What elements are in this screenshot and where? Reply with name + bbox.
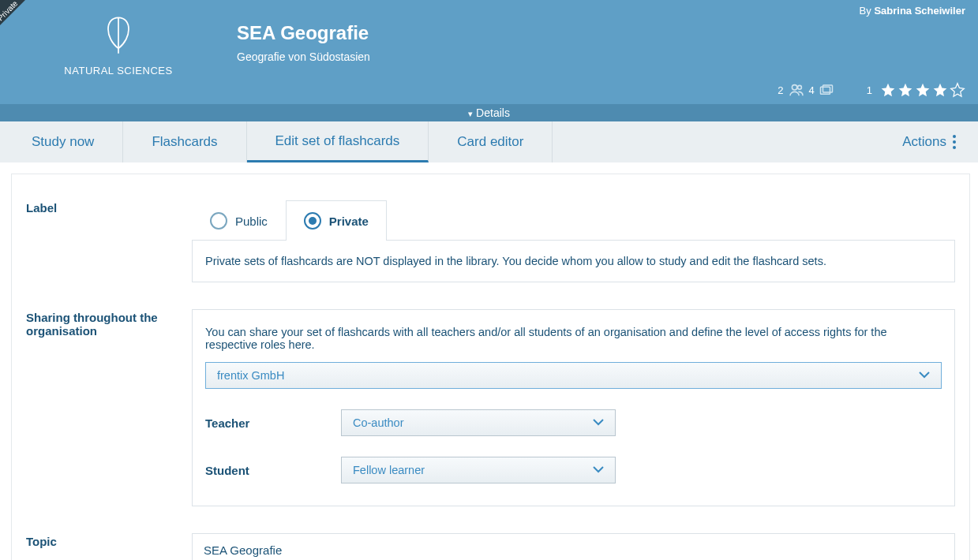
chevron-down-icon (593, 416, 604, 429)
category-label: NATURAL SCIENCES (0, 65, 237, 77)
label-topic: Topic (26, 533, 192, 548)
student-label: Student (205, 464, 341, 477)
byline-prefix: By (860, 5, 871, 17)
field-sharing: You can share your set of flashcards wit… (192, 309, 955, 506)
visibility-tabs: Public Private (192, 200, 955, 241)
svg-point-1 (797, 85, 801, 89)
svg-point-0 (792, 85, 796, 90)
rating-stars[interactable] (880, 82, 965, 98)
content: Label Public Private Private sets of fla… (0, 162, 978, 560)
page-title: SEA Geografie (237, 22, 370, 44)
label-sharing: Sharing throughout the organisation (26, 309, 192, 338)
users-count: 2 (778, 84, 783, 96)
cards-icon (819, 84, 834, 95)
label-label: Label (26, 200, 192, 215)
byline-author[interactable]: Sabrina Scheiwiler (874, 5, 965, 17)
kebab-icon (953, 135, 956, 149)
tab-study-now[interactable]: Study now (3, 121, 123, 162)
header-meta: 2 4 1 (778, 82, 965, 98)
tab-flashcards[interactable]: Flashcards (123, 121, 246, 162)
actions-menu[interactable]: Actions (902, 121, 978, 162)
topic-input[interactable]: SEA Geografie (192, 533, 955, 560)
details-toggle[interactable]: ▾Details (0, 104, 978, 121)
byline: By Sabrina Scheiwiler (860, 5, 965, 17)
category-block: NATURAL SCIENCES (0, 0, 237, 77)
rating-count: 1 (867, 84, 872, 96)
visibility-private[interactable]: Private (286, 200, 387, 241)
radio-icon (210, 212, 227, 230)
title-block: SEA Geografie Geografie von Südostasien (237, 0, 370, 63)
visibility-info: Private sets of flashcards are NOT displ… (192, 241, 955, 282)
tab-edit-set[interactable]: Edit set of flashcards (247, 121, 429, 162)
student-selected-value: Fellow learner (353, 464, 425, 476)
tab-bar: Study now Flashcards Edit set of flashca… (0, 121, 978, 162)
cards-count: 4 (809, 84, 815, 96)
radio-icon (304, 212, 321, 230)
actions-label: Actions (902, 134, 946, 150)
svg-rect-2 (820, 87, 830, 94)
student-row: Student Fellow learner (205, 457, 942, 483)
row-label: Label Public Private Private sets of fla… (26, 200, 955, 282)
leaf-icon (101, 44, 136, 58)
sharing-description: You can share your set of flashcards wit… (205, 326, 942, 351)
org-select[interactable]: frentix GmbH (205, 362, 942, 389)
visibility-private-label: Private (329, 215, 369, 228)
tab-card-editor[interactable]: Card editor (429, 121, 553, 162)
chevron-down-icon (919, 369, 930, 382)
chevron-down-icon (593, 464, 604, 476)
row-sharing: Sharing throughout the organisation You … (26, 309, 955, 506)
teacher-select[interactable]: Co-author (341, 409, 616, 436)
org-selected-value: frentix GmbH (217, 369, 284, 382)
teacher-selected-value: Co-author (353, 416, 403, 429)
edit-panel: Label Public Private Private sets of fla… (11, 174, 970, 560)
field-topic: SEA Geografie (192, 533, 955, 560)
svg-rect-3 (822, 85, 832, 92)
chevron-down-icon: ▾ (468, 109, 473, 118)
page-subtitle: Geografie von Südostasien (237, 50, 370, 63)
teacher-row: Teacher Co-author (205, 409, 942, 436)
visibility-public-label: Public (235, 215, 268, 228)
field-visibility: Public Private Private sets of flashcard… (192, 200, 955, 282)
details-label: Details (476, 106, 510, 119)
page-header: Private NATURAL SCIENCES SEA Geografie G… (0, 0, 978, 104)
student-select[interactable]: Fellow learner (341, 457, 616, 483)
visibility-public[interactable]: Public (192, 200, 286, 241)
teacher-label: Teacher (205, 416, 341, 430)
row-topic: Topic SEA Geografie (26, 533, 955, 560)
users-icon (789, 84, 804, 96)
sharing-box: You can share your set of flashcards wit… (192, 309, 955, 506)
